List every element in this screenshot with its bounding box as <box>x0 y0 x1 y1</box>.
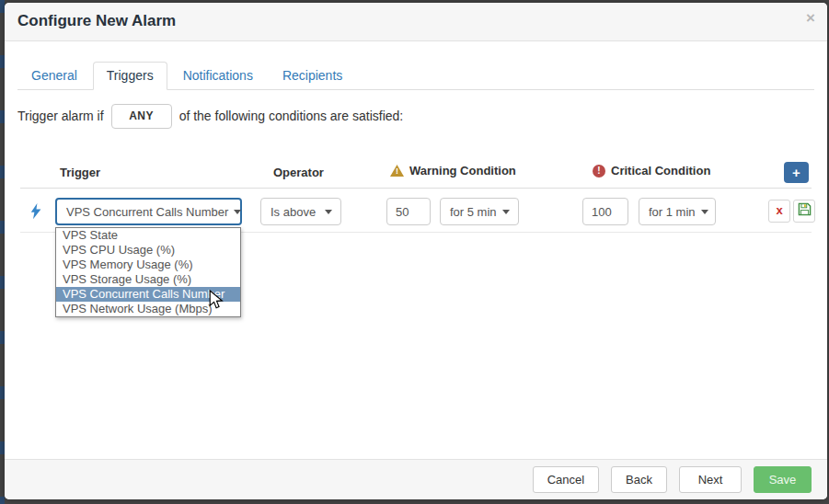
critical-threshold-input[interactable] <box>582 198 628 225</box>
tab-general[interactable]: General <box>17 62 91 90</box>
dialog-header: Configure New Alarm × <box>5 3 827 41</box>
critical-duration-value: for 1 min <box>649 205 696 219</box>
column-critical: Critical Condition <box>611 164 710 178</box>
dropdown-option-network-usage[interactable]: VPS Network Usage (Mbps) <box>56 302 240 316</box>
column-warning-group: ! Warning Condition <box>390 164 516 178</box>
cancel-button[interactable]: Cancel <box>533 466 599 493</box>
critical-circle-icon: ! <box>593 165 605 178</box>
column-warning: Warning Condition <box>409 164 516 178</box>
dropdown-option-concurrent-calls[interactable]: VPS Concurrent Calls Number <box>56 287 240 302</box>
trigger-select-value: VPS Concurrent Calls Number <box>66 205 228 219</box>
column-trigger: Trigger <box>60 166 100 179</box>
delete-x-icon: x <box>776 204 782 216</box>
chevron-down-icon <box>234 210 241 214</box>
back-button[interactable]: Back <box>611 466 667 493</box>
operator-select-value: Is above <box>271 205 316 219</box>
column-header-row: Trigger Operator ! Warning Condition ! C… <box>5 163 827 185</box>
lightning-icon <box>30 203 41 223</box>
warning-triangle-icon: ! <box>390 165 404 177</box>
operator-select[interactable]: Is above <box>260 198 341 225</box>
trigger-dropdown-list: VPS State VPS CPU Usage (%) VPS Memory U… <box>55 227 241 317</box>
warning-duration-value: for 5 min <box>450 205 497 219</box>
trigger-select[interactable]: VPS Concurrent Calls Number <box>55 198 242 225</box>
column-critical-group: ! Critical Condition <box>593 164 710 178</box>
chevron-down-icon <box>325 210 332 214</box>
dropdown-option-storage-usage[interactable]: VPS Storage Usage (%) <box>56 272 240 287</box>
tab-notifications[interactable]: Notifications <box>169 62 267 90</box>
chevron-down-icon <box>502 210 510 214</box>
dialog-title: Configure New Alarm <box>17 12 176 30</box>
save-trigger-button[interactable] <box>793 200 815 223</box>
tab-triggers[interactable]: Triggers <box>93 62 167 90</box>
close-icon[interactable]: × <box>806 10 815 26</box>
condition-suffix: of the following conditions are satisfie… <box>179 109 404 123</box>
configure-alarm-dialog: Configure New Alarm × General Triggers N… <box>5 3 827 499</box>
delete-trigger-button[interactable]: x <box>768 200 790 223</box>
condition-prefix: Trigger alarm if <box>17 109 104 123</box>
next-button[interactable]: Next <box>679 466 742 493</box>
dropdown-option-cpu-usage[interactable]: VPS CPU Usage (%) <box>56 243 240 258</box>
dropdown-option-vps-state[interactable]: VPS State <box>56 228 240 243</box>
save-button[interactable]: Save <box>754 466 812 493</box>
column-operator: Operator <box>273 166 324 179</box>
warning-threshold-input[interactable] <box>386 198 431 225</box>
trigger-row: VPS Concurrent Calls Number Is above for… <box>5 198 827 225</box>
header-divider <box>20 188 812 189</box>
critical-duration-select[interactable]: for 1 min <box>639 198 716 225</box>
tab-bar: General Triggers Notifications Recipient… <box>17 62 814 90</box>
condition-sentence: Trigger alarm if ANY of the following co… <box>17 103 403 129</box>
save-floppy-icon <box>798 202 812 220</box>
warning-duration-select[interactable]: for 5 min <box>440 198 519 225</box>
condition-mode-button[interactable]: ANY <box>111 104 172 129</box>
dialog-footer: Cancel Back Next Save <box>5 459 827 499</box>
add-trigger-button[interactable]: + <box>784 162 809 183</box>
chevron-down-icon <box>701 210 708 214</box>
tab-recipients[interactable]: Recipients <box>269 62 356 90</box>
dropdown-option-memory-usage[interactable]: VPS Memory Usage (%) <box>56 258 240 272</box>
